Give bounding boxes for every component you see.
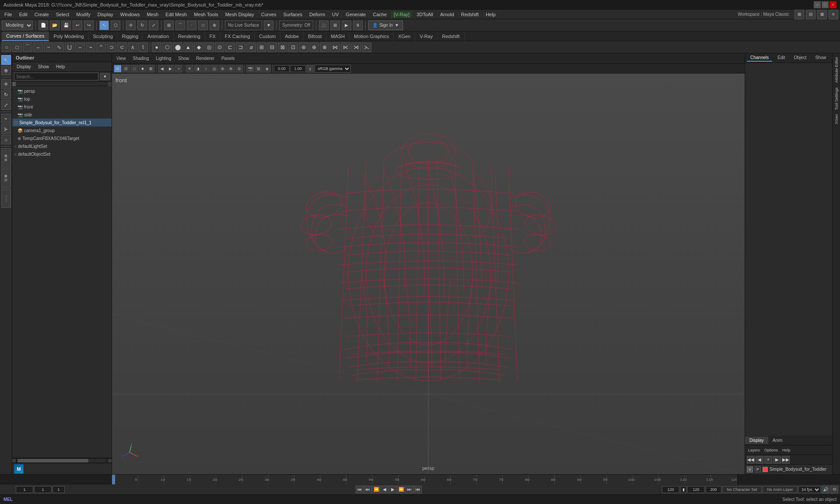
render-btn[interactable]: ▶	[342, 21, 351, 30]
snap-to-point-btn[interactable]: ·	[187, 21, 196, 30]
fps-dropdown[interactable]: 24 fps	[798, 486, 821, 493]
shelf-icon-curve3[interactable]: ∿	[54, 42, 64, 52]
menu-arnold[interactable]: Arnold	[438, 11, 457, 18]
rotate-tool-left[interactable]: ↻	[1, 90, 11, 99]
menu-uv[interactable]: UV	[329, 11, 341, 18]
tree-item-default-object-set[interactable]: ○ defaultObjectSet	[12, 150, 112, 158]
vp-icon-texture[interactable]: ⊠	[147, 65, 155, 73]
tab-rigging[interactable]: Rigging	[118, 32, 143, 41]
command-input[interactable]	[20, 496, 779, 503]
play-back-btn[interactable]: ◀	[381, 486, 388, 494]
maximize-button[interactable]: □	[822, 1, 829, 8]
tab-redshift[interactable]: Redshift	[438, 32, 464, 41]
channel-tab-object[interactable]: Object	[791, 54, 810, 62]
shelf-icon-nurbs7[interactable]: ⊠	[278, 42, 287, 52]
camera-btn2[interactable]: ⊞	[330, 21, 340, 30]
outliner-help-menu[interactable]: Help	[53, 63, 68, 70]
menu-surfaces[interactable]: Surfaces	[281, 11, 305, 18]
display-tab-display[interactable]: Display	[745, 437, 768, 444]
menu-vray[interactable]: [V-Ray]	[391, 11, 412, 18]
menu-cache[interactable]: Cache	[370, 11, 389, 18]
paint-select-tool[interactable]: ⊕	[1, 66, 11, 75]
vp-icon-motion-blur[interactable]: ⊗	[227, 65, 235, 73]
next-frame-btn[interactable]: ⏩	[397, 486, 405, 494]
sign-in-button[interactable]: 👤 Sign In ▼	[368, 21, 403, 30]
tab-custom[interactable]: Custom	[255, 32, 280, 41]
shelf-icon-square[interactable]: □	[12, 42, 22, 52]
vp-menu-view[interactable]: View	[114, 55, 129, 62]
menu-mesh-display[interactable]: Mesh Display	[223, 11, 257, 18]
layer-prev2-btn[interactable]: ◀	[756, 456, 763, 464]
menu-select[interactable]: Select	[53, 11, 72, 18]
shelf-icon-nurbs12[interactable]: ⋈	[330, 42, 340, 52]
snap-extra-btn[interactable]: ⊕	[210, 21, 219, 30]
move-tool-btn[interactable]: ✛	[126, 21, 136, 30]
go-to-start-btn[interactable]: ⏮	[356, 486, 364, 494]
timeline-ruler[interactable]: 0 5 10 15 20 25 30 35 40 45 50 55 60	[112, 475, 737, 484]
shelf-icon-arc[interactable]: ⌒	[23, 42, 32, 52]
layer-color-swatch[interactable]	[763, 467, 768, 472]
layers-menu-options[interactable]: Options	[763, 448, 779, 453]
play-forward-btn[interactable]: ▶	[389, 486, 397, 494]
sculpt-tool-1[interactable]: ⌁	[1, 114, 11, 123]
live-surface-dropdown[interactable]: ▼	[264, 21, 273, 30]
undo-btn[interactable]: ↩	[73, 21, 82, 30]
menu-windows[interactable]: Windows	[118, 11, 143, 18]
shelf-icon-curve6[interactable]: ⌁	[86, 42, 95, 52]
shelf-icon-sphere[interactable]: ●	[152, 42, 161, 52]
beta-value-field[interactable]	[290, 65, 306, 72]
menu-modify[interactable]: Modify	[74, 11, 93, 18]
outliner-horizontal-scrollbar[interactable]	[12, 458, 112, 463]
shelf-icon-curve9[interactable]: ⊂	[117, 42, 127, 52]
vp-icon-gamma-toggle[interactable]: γ	[306, 65, 314, 73]
shelf-icon-nurbs15[interactable]: ⋋	[362, 42, 371, 52]
outliner-show-menu[interactable]: Show	[35, 63, 52, 70]
open-scene-btn[interactable]: 📂	[50, 21, 60, 30]
snap-to-view-btn[interactable]: □	[198, 21, 208, 30]
tree-item-default-light-set[interactable]: ○ defaultLightSet	[12, 142, 112, 150]
layer-visibility-v[interactable]: V	[747, 466, 753, 472]
tree-item-persp[interactable]: 📷 persp	[12, 87, 112, 95]
shelf-icon-torus[interactable]: ◎	[204, 42, 214, 52]
shelf-icon-nurbs10[interactable]: ⊕	[309, 42, 319, 52]
layer-prev-btn[interactable]: ◀◀	[747, 456, 755, 464]
workspace-layout-btn2[interactable]: ⊟	[806, 10, 816, 19]
shelf-icon-circle[interactable]: ○	[2, 42, 11, 52]
layer-next2-btn[interactable]: ▶▶	[782, 456, 790, 464]
symmetry-btn[interactable]: Symmetry: Off	[279, 21, 313, 30]
menu-edit-mesh[interactable]: Edit Mesh	[163, 11, 189, 18]
vp-icon-isolate[interactable]: ◈	[263, 65, 271, 73]
tool-group-2[interactable]: ⊠ ⊡	[1, 168, 11, 188]
tab-motion-graphics[interactable]: Motion Graphics	[350, 32, 394, 41]
tree-item-front[interactable]: 📷 front	[12, 103, 112, 111]
no-live-surface-btn[interactable]: No Live Surface	[225, 21, 262, 30]
tab-animation[interactable]: Animation	[143, 32, 174, 41]
outliner-search-btn[interactable]: ▼	[100, 73, 110, 80]
tab-poly-modeling[interactable]: Poly Modeling	[49, 32, 88, 41]
channel-tab-show[interactable]: Show	[812, 54, 830, 62]
alpha-value-field[interactable]	[274, 65, 290, 72]
side-tab-tool-settings[interactable]: Tool Settings	[833, 86, 840, 112]
vp-menu-panels[interactable]: Panels	[219, 55, 238, 62]
close-button[interactable]: ×	[830, 1, 836, 8]
tree-item-tempcam[interactable]: ⊕ TempCamFBXASC046Target	[12, 134, 112, 142]
outliner-display-menu[interactable]: Display	[14, 63, 34, 70]
channel-tab-channels[interactable]: Channels	[747, 54, 772, 62]
select-tool-btn[interactable]: ↖	[99, 21, 109, 30]
shelf-icon-nurbs6[interactable]: ⊟	[267, 42, 277, 52]
menu-edit[interactable]: Edit	[17, 11, 30, 18]
save-scene-btn[interactable]: 💾	[61, 21, 71, 30]
layers-menu-layers[interactable]: Layers	[747, 448, 761, 453]
vp-icon-shadow[interactable]: ◑	[194, 65, 202, 73]
snap-to-curve-btn[interactable]: ⌒	[175, 21, 185, 30]
menu-mesh[interactable]: Mesh	[144, 11, 161, 18]
side-tab-attribute-editor[interactable]: Attribute Editor	[833, 55, 840, 85]
menu-3dtoall[interactable]: 3DToAll	[414, 11, 436, 18]
shelf-icon-nurbs5[interactable]: ⊞	[257, 42, 266, 52]
shelf-icon-curve[interactable]: ⌣	[33, 42, 43, 52]
menu-mesh-tools[interactable]: Mesh Tools	[191, 11, 220, 18]
vp-menu-show[interactable]: Show	[175, 55, 192, 62]
tab-fx[interactable]: FX	[205, 32, 220, 41]
shelf-icon-curve8[interactable]: ⊃	[107, 42, 116, 52]
tree-item-camera-group[interactable]: 📦 camera1_group	[12, 126, 112, 134]
